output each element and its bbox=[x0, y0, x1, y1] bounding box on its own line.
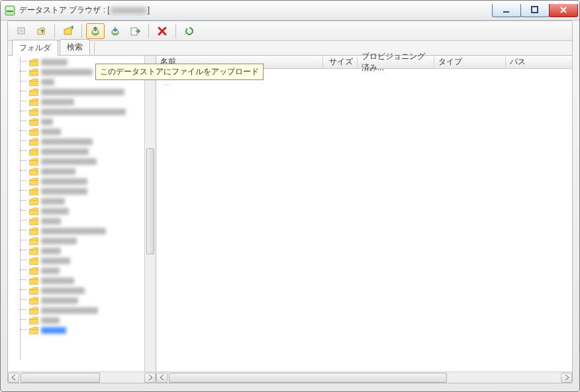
close-button[interactable] bbox=[549, 4, 578, 17]
scrollbar-thumb[interactable] bbox=[146, 148, 154, 254]
tree-item-label bbox=[41, 317, 60, 324]
window: データストア ブラウザ : [] + bbox=[0, 0, 580, 392]
tree-item[interactable] bbox=[11, 166, 156, 176]
titlebar: データストア ブラウザ : [] bbox=[1, 1, 579, 21]
folder-tree-pane bbox=[8, 56, 156, 383]
tree-item-label bbox=[41, 248, 61, 254]
tree-item-label bbox=[41, 178, 87, 185]
tree-item-label bbox=[41, 119, 53, 125]
maximize-button[interactable] bbox=[520, 4, 550, 17]
list-horizontal-scrollbar[interactable] bbox=[156, 371, 572, 383]
tree-item-label bbox=[41, 268, 60, 274]
app-icon bbox=[5, 5, 15, 16]
tree-item[interactable] bbox=[11, 256, 156, 266]
tree-item[interactable] bbox=[11, 325, 156, 335]
tree-item[interactable] bbox=[11, 107, 156, 117]
scroll-left-button[interactable] bbox=[156, 373, 168, 383]
tree-item-label bbox=[41, 148, 89, 155]
column-provisioned[interactable]: プロビジョニング済み... bbox=[358, 56, 434, 68]
file-list[interactable]: ... bbox=[156, 69, 572, 371]
tree-item[interactable] bbox=[11, 136, 156, 146]
svg-text:+: + bbox=[70, 26, 73, 32]
tree-item-label bbox=[41, 208, 69, 215]
tree-item[interactable] bbox=[11, 315, 156, 325]
tree-item[interactable] bbox=[11, 295, 156, 305]
tree-item-label bbox=[41, 228, 106, 234]
tree-item-label bbox=[41, 238, 77, 244]
tree-item[interactable] bbox=[11, 146, 156, 156]
svg-rect-6 bbox=[19, 29, 23, 32]
scroll-right-button[interactable] bbox=[561, 373, 572, 383]
tree-item[interactable] bbox=[11, 266, 156, 275]
tree-item[interactable] bbox=[11, 196, 156, 206]
client-area: + フォルダ 検索 bbox=[7, 21, 573, 383]
toolbar: + bbox=[8, 21, 572, 41]
tab-folders[interactable]: フォルダ bbox=[12, 40, 58, 56]
tree-item[interactable] bbox=[11, 97, 156, 107]
column-size[interactable]: サイズ bbox=[323, 56, 358, 68]
tree-item-label bbox=[41, 168, 75, 175]
move-button[interactable] bbox=[126, 23, 144, 39]
tree-item[interactable] bbox=[11, 246, 156, 256]
nav-up-button[interactable] bbox=[32, 23, 50, 39]
tree-item[interactable] bbox=[11, 275, 156, 285]
svg-rect-4 bbox=[532, 7, 538, 13]
tree-item-label bbox=[41, 109, 126, 115]
column-path[interactable]: パス bbox=[506, 56, 572, 68]
tree-item[interactable] bbox=[11, 305, 156, 315]
tree-item-label bbox=[41, 297, 78, 304]
tree-item-label bbox=[41, 79, 54, 85]
tree-item-label bbox=[41, 277, 74, 284]
window-title: データストア ブラウザ : [] bbox=[19, 5, 150, 16]
scroll-left-button[interactable] bbox=[8, 373, 19, 383]
tree-item-label bbox=[41, 59, 68, 66]
tree-item[interactable] bbox=[11, 206, 156, 216]
body-split: 名前 サイズ プロビジョニング済み... タイプ パス ... bbox=[8, 56, 572, 383]
file-list-pane: 名前 サイズ プロビジョニング済み... タイプ パス ... bbox=[156, 56, 572, 383]
window-controls bbox=[493, 4, 578, 17]
upload-tooltip: このデータストアにファイルをアップロード bbox=[95, 64, 264, 80]
tree-item-label bbox=[41, 307, 98, 314]
tree-item[interactable] bbox=[11, 87, 156, 97]
scrollbar-thumb[interactable] bbox=[21, 373, 100, 383]
tree-item-label bbox=[41, 287, 85, 294]
tree-item-label bbox=[41, 138, 93, 145]
tree-item-label bbox=[41, 99, 74, 105]
scroll-right-button[interactable] bbox=[144, 373, 156, 383]
tree-item-label bbox=[41, 89, 124, 95]
folder-tree[interactable] bbox=[8, 56, 156, 371]
tree-item-label bbox=[41, 218, 61, 224]
tab-search[interactable]: 検索 bbox=[60, 39, 90, 55]
column-type[interactable]: タイプ bbox=[434, 56, 506, 68]
svg-rect-3 bbox=[503, 11, 509, 13]
tree-vertical-scrollbar[interactable] bbox=[144, 56, 156, 372]
nav-back-button[interactable] bbox=[12, 23, 30, 39]
tree-item[interactable] bbox=[11, 126, 156, 136]
tree-item[interactable] bbox=[11, 117, 156, 126]
upload-button[interactable] bbox=[86, 23, 105, 39]
tree-item-label bbox=[41, 198, 65, 205]
tab-strip: フォルダ 検索 bbox=[8, 41, 572, 56]
svg-rect-1 bbox=[7, 7, 13, 10]
tree-item-label bbox=[41, 158, 97, 165]
tree-item[interactable] bbox=[11, 226, 156, 236]
download-button[interactable] bbox=[106, 23, 124, 39]
tree-item-label bbox=[41, 188, 87, 195]
tree-item-label bbox=[41, 258, 70, 264]
tree-horizontal-scrollbar[interactable] bbox=[8, 371, 156, 383]
scrollbar-thumb[interactable] bbox=[169, 373, 447, 383]
tree-item[interactable] bbox=[11, 285, 156, 295]
tree-item-label bbox=[41, 128, 61, 135]
tree-item[interactable] bbox=[11, 186, 156, 196]
tree-item[interactable] bbox=[11, 236, 156, 246]
delete-button[interactable] bbox=[153, 23, 171, 39]
new-folder-button[interactable]: + bbox=[59, 23, 77, 39]
tree-item[interactable] bbox=[11, 216, 156, 226]
tree-item[interactable] bbox=[11, 176, 156, 186]
minimize-button[interactable] bbox=[492, 4, 521, 17]
svg-rect-2 bbox=[7, 11, 13, 12]
tree-item[interactable] bbox=[11, 156, 156, 166]
tree-item-label bbox=[41, 327, 66, 334]
tree-item-label bbox=[41, 69, 93, 75]
refresh-button[interactable] bbox=[180, 23, 199, 39]
